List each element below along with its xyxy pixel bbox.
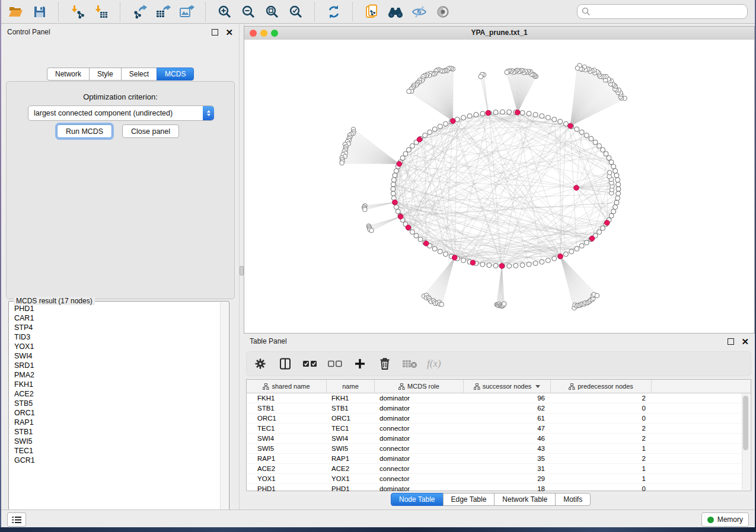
- table-cell[interactable]: 2: [551, 393, 652, 403]
- export-table-icon[interactable]: [154, 3, 172, 21]
- mcds-result-item[interactable]: SWI5: [9, 437, 221, 446]
- memory-button[interactable]: Memory: [701, 512, 749, 527]
- tab-mcds[interactable]: MCDS: [157, 68, 194, 81]
- table-cell[interactable]: PHD1: [327, 484, 375, 493]
- mcds-result-item[interactable]: STP4: [9, 323, 221, 332]
- table-cell[interactable]: 31: [464, 464, 551, 473]
- table-row[interactable]: STB1STB1dominator620: [247, 403, 751, 414]
- table-row[interactable]: RAP1RAP1dominator352: [247, 454, 751, 464]
- mcds-result-item[interactable]: STB1: [9, 427, 221, 437]
- tab-node-table[interactable]: Node Table: [391, 493, 444, 506]
- mcds-result-item[interactable]: CAR1: [9, 313, 221, 323]
- zoom-fit-icon[interactable]: [263, 3, 281, 21]
- export-network-icon[interactable]: [130, 3, 148, 21]
- mcds-result-item[interactable]: RAP1: [9, 418, 221, 427]
- table-cell[interactable]: 0: [551, 414, 652, 423]
- table-row[interactable]: ORC1ORC1dominator610: [247, 414, 751, 424]
- tab-network[interactable]: Network: [47, 68, 90, 81]
- import-table-icon[interactable]: [92, 3, 110, 21]
- table-row[interactable]: SWI4SWI4dominator462: [247, 434, 751, 444]
- table-cell[interactable]: dominator: [375, 414, 464, 423]
- export-image-icon[interactable]: [178, 3, 196, 21]
- close-panel-icon[interactable]: ✕: [741, 337, 749, 346]
- mcds-result-item[interactable]: TID3: [9, 332, 221, 342]
- table-cell[interactable]: YOX1: [327, 474, 375, 483]
- mcds-result-item[interactable]: TEC1: [9, 446, 221, 456]
- run-mcds-button[interactable]: Run MCDS: [57, 124, 112, 138]
- table-cell[interactable]: ORC1: [327, 414, 375, 423]
- table-cell[interactable]: dominator: [375, 403, 464, 413]
- table-cell[interactable]: 47: [464, 424, 551, 433]
- table-cell[interactable]: 1: [551, 464, 652, 473]
- zoom-out-icon[interactable]: [240, 3, 257, 21]
- table-cell[interactable]: dominator: [375, 434, 464, 443]
- tab-edge-table[interactable]: Edge Table: [443, 493, 495, 506]
- table-cell[interactable]: 0: [551, 403, 652, 413]
- table-cell[interactable]: connector: [375, 474, 464, 483]
- table-row[interactable]: YOX1YOX1connector291: [247, 474, 751, 484]
- mcds-result-item[interactable]: STB5: [9, 399, 221, 408]
- table-cell[interactable]: 46: [464, 434, 551, 443]
- table-cell[interactable]: SWI5: [327, 444, 375, 453]
- mcds-result-item[interactable]: FKH1: [9, 380, 221, 389]
- close-panel-icon[interactable]: ✕: [225, 28, 233, 37]
- table-scrollbar[interactable]: [742, 393, 750, 490]
- table-cell[interactable]: connector: [375, 424, 464, 433]
- column-header-predecessor-nodes[interactable]: predecessor nodes: [551, 380, 652, 393]
- table-cell[interactable]: STB1: [327, 403, 375, 413]
- network-canvas[interactable]: [244, 40, 754, 333]
- tab-network-table[interactable]: Network Table: [494, 493, 556, 506]
- table-cell[interactable]: RAP1: [247, 454, 327, 463]
- mcds-result-item[interactable]: YOX1: [9, 342, 221, 351]
- close-panel-button[interactable]: Close panel: [122, 124, 179, 138]
- table-cell[interactable]: 61: [464, 414, 551, 423]
- delete-icon[interactable]: [377, 356, 393, 371]
- table-cell[interactable]: TEC1: [247, 424, 327, 433]
- table-cell[interactable]: FKH1: [247, 393, 327, 403]
- save-session-icon[interactable]: [31, 3, 49, 21]
- add-column-icon[interactable]: [352, 356, 368, 371]
- table-cell[interactable]: 0: [551, 484, 652, 493]
- table-cell[interactable]: RAP1: [327, 454, 375, 463]
- table-cell[interactable]: 96: [464, 393, 551, 403]
- table-cell[interactable]: dominator: [375, 454, 464, 463]
- table-cell[interactable]: 62: [464, 403, 551, 413]
- tab-select[interactable]: Select: [121, 68, 157, 81]
- binoculars-icon[interactable]: [387, 3, 404, 21]
- table-cell[interactable]: connector: [375, 464, 464, 473]
- mcds-result-item[interactable]: ORC1: [9, 408, 221, 418]
- table-cell[interactable]: 18: [464, 484, 551, 493]
- mcds-result-item[interactable]: SWI4: [9, 351, 221, 361]
- birdseye-view-icon[interactable]: [434, 3, 452, 21]
- mcds-result-item[interactable]: SRD1: [9, 361, 221, 370]
- column-header-shared-name[interactable]: shared name: [247, 380, 327, 393]
- table-cell[interactable]: STB1: [247, 403, 327, 413]
- share-document-icon[interactable]: [363, 3, 381, 21]
- table-row[interactable]: TEC1TEC1connector472: [247, 424, 751, 434]
- table-cell[interactable]: 2: [551, 434, 652, 443]
- task-history-button[interactable]: [7, 512, 26, 527]
- open-file-icon[interactable]: [7, 3, 25, 21]
- search-input[interactable]: [577, 4, 748, 19]
- table-cell[interactable]: SWI4: [247, 434, 327, 443]
- table-cell[interactable]: 1: [551, 444, 652, 453]
- hide-details-eye-icon[interactable]: [410, 3, 428, 21]
- table-cell[interactable]: YOX1: [247, 474, 327, 483]
- column-header-successor-nodes[interactable]: successor nodes: [464, 380, 551, 393]
- import-network-icon[interactable]: [69, 3, 87, 21]
- mcds-result-item[interactable]: PMA2: [9, 370, 221, 380]
- mcds-result-item[interactable]: PHD1: [9, 304, 221, 313]
- mcds-result-item[interactable]: ACE2: [9, 389, 221, 399]
- table-cell[interactable]: 1: [551, 474, 652, 483]
- mcds-list-scrollbar[interactable]: [220, 302, 228, 519]
- splitter-handle[interactable]: [240, 266, 244, 275]
- table-row[interactable]: SWI5SWI5connector431: [247, 444, 751, 454]
- table-cell[interactable]: 43: [464, 444, 551, 453]
- table-cell[interactable]: PHD1: [247, 484, 327, 493]
- table-cell[interactable]: dominator: [375, 393, 464, 403]
- table-cell[interactable]: 35: [464, 454, 551, 463]
- scrollbar-thumb[interactable]: [743, 396, 748, 450]
- optimization-criterion-select[interactable]: largest connected component (undirected): [28, 105, 214, 121]
- table-cell[interactable]: connector: [375, 444, 464, 453]
- column-header-MCDS-role[interactable]: MCDS role: [375, 380, 464, 393]
